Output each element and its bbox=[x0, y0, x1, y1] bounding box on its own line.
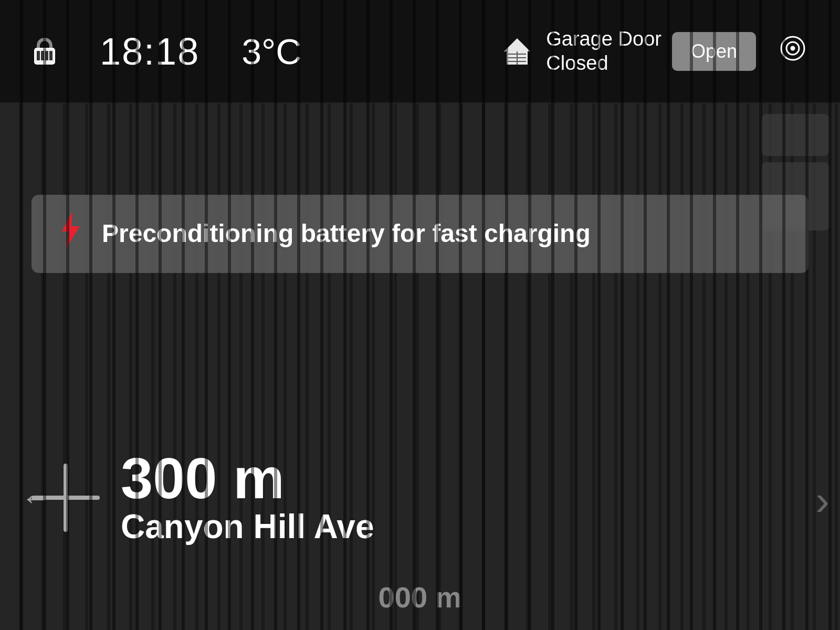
nav-street: Canyon Hill Ave bbox=[121, 507, 374, 546]
next-distance: 000 m bbox=[379, 580, 462, 614]
nav-direction-icon: ← bbox=[32, 464, 100, 532]
bolt-icon bbox=[57, 212, 83, 256]
current-time: 18:18 bbox=[100, 30, 200, 73]
lock-icon-container bbox=[32, 36, 58, 67]
notification-banner: Preconditioning battery for fast chargin… bbox=[32, 195, 808, 273]
camera-icon[interactable] bbox=[777, 33, 808, 70]
svg-rect-3 bbox=[41, 51, 44, 60]
tesla-screen: 18:18 3°C Garage Door Closed Open bbox=[0, 0, 840, 630]
svg-rect-4 bbox=[45, 51, 48, 60]
arrow-left-icon: ← bbox=[21, 481, 50, 515]
garage-door-status: Garage Door Closed bbox=[546, 27, 662, 75]
temperature: 3°C bbox=[242, 31, 301, 72]
svg-point-12 bbox=[791, 47, 794, 50]
garage-door-section: Garage Door Closed Open bbox=[499, 27, 808, 75]
nav-distance: 300 m bbox=[121, 449, 374, 507]
svg-marker-15 bbox=[62, 212, 80, 248]
garage-door-icon bbox=[499, 33, 536, 70]
panel-button-1[interactable] bbox=[761, 114, 830, 156]
garage-label: Garage Door bbox=[546, 28, 662, 50]
garage-open-button[interactable]: Open bbox=[672, 32, 756, 71]
garage-status: Closed bbox=[546, 52, 608, 74]
notification-text: Preconditioning battery for fast chargin… bbox=[102, 217, 591, 250]
status-bar: 18:18 3°C Garage Door Closed Open bbox=[0, 0, 840, 103]
nav-info: 300 m Canyon Hill Ave bbox=[121, 449, 374, 546]
right-chevron-icon[interactable]: › bbox=[815, 477, 830, 525]
svg-rect-2 bbox=[37, 51, 40, 60]
nav-distance-section: ← 300 m Canyon Hill Ave bbox=[32, 449, 735, 546]
road-texture bbox=[0, 103, 840, 630]
lock-icon bbox=[32, 36, 58, 67]
map-background bbox=[0, 103, 840, 630]
svg-rect-5 bbox=[49, 51, 52, 60]
